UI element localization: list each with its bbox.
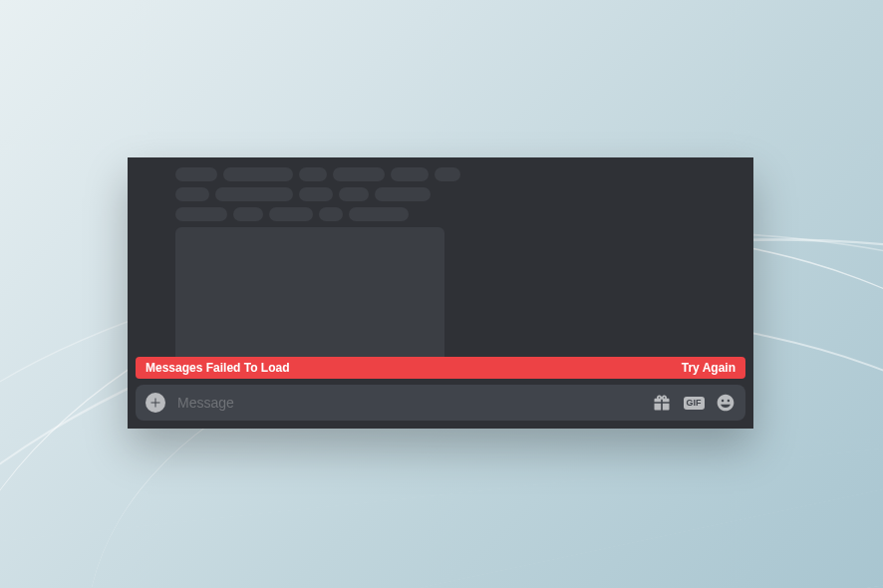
skeleton-pill (339, 187, 369, 201)
error-message: Messages Failed To Load (146, 361, 289, 375)
skeleton-pill (319, 207, 343, 221)
skeleton-pill (223, 167, 293, 181)
gift-icon (652, 393, 672, 413)
gif-icon: GIF (684, 397, 705, 410)
message-composer: GIF (136, 385, 745, 421)
skeleton-pill (175, 187, 209, 201)
skeleton-pill (299, 187, 333, 201)
skeleton-row (175, 207, 753, 221)
smiley-icon (716, 393, 736, 413)
add-attachment-button[interactable] (146, 393, 165, 413)
gif-picker-button[interactable]: GIF (684, 393, 704, 413)
skeleton-pill (391, 167, 429, 181)
skeleton-pill (349, 207, 409, 221)
skeleton-row (175, 167, 753, 181)
skeleton-pill (375, 187, 431, 201)
skeleton-pill (269, 207, 313, 221)
skeleton-attachment (175, 227, 444, 357)
skeleton-pill (299, 167, 327, 181)
skeleton-pill (175, 207, 227, 221)
skeleton-pill (233, 207, 263, 221)
message-skeleton-loader (128, 157, 753, 357)
composer-actions: GIF (652, 393, 736, 413)
skeleton-pill (435, 167, 460, 181)
plus-icon (149, 397, 161, 409)
emoji-picker-button[interactable] (716, 393, 736, 413)
gift-button[interactable] (652, 393, 672, 413)
skeleton-pill (333, 167, 385, 181)
try-again-button[interactable]: Try Again (682, 361, 736, 375)
skeleton-pill (175, 167, 217, 181)
skeleton-pill (215, 187, 293, 201)
error-banner: Messages Failed To Load Try Again (136, 357, 745, 379)
message-input[interactable] (177, 395, 640, 411)
skeleton-row (175, 187, 753, 201)
chat-window: Messages Failed To Load Try Again GIF (128, 157, 753, 429)
